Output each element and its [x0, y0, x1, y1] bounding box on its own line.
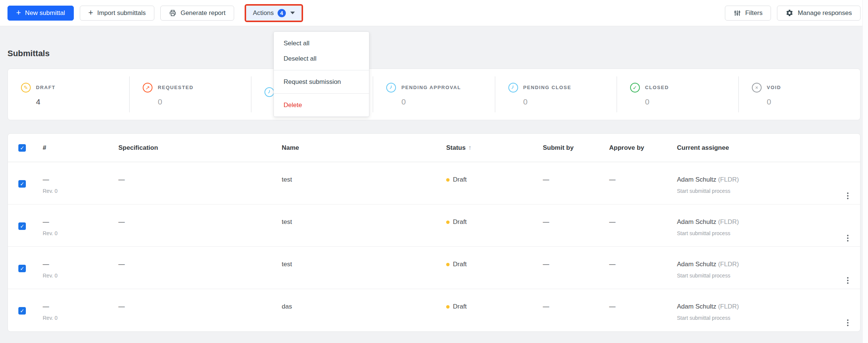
assignee-name: Adam Schultz — [677, 218, 716, 225]
status-header-label: Status — [446, 144, 466, 151]
manage-responses-label: Manage responses — [798, 9, 852, 17]
row-revision: Rev. 0 — [43, 230, 118, 237]
import-submittals-button[interactable]: + Import submittals — [80, 6, 154, 21]
column-header-submit-by[interactable]: Submit by — [543, 144, 609, 152]
generate-report-button[interactable]: Generate report — [160, 6, 234, 21]
row-checkbox[interactable] — [18, 222, 26, 230]
kebab-menu-icon[interactable] — [847, 237, 849, 239]
assignee-name: Adam Schultz — [677, 176, 716, 183]
kebab-menu-icon[interactable] — [847, 195, 849, 197]
status-dot — [446, 221, 450, 224]
filters-label: Filters — [745, 9, 762, 17]
clock-icon — [264, 87, 274, 97]
stat-value: 0 — [401, 97, 495, 106]
assignee-role: (FLDR) — [718, 261, 739, 268]
row-checkbox[interactable] — [18, 307, 26, 315]
table-row[interactable]: — Rev. 0 — test Draft — — Adam Schultz (… — [8, 162, 860, 204]
stat-item: ↗ REQUESTED 0 — [130, 83, 251, 106]
stat-label: PENDING APPROVAL — [401, 85, 461, 90]
manage-responses-button[interactable]: Manage responses — [777, 6, 861, 21]
row-specification: — — [118, 218, 282, 226]
actions-dropdown-button[interactable]: Actions 4 — [246, 6, 302, 21]
toolbar-right-group: Filters Manage responses — [725, 6, 861, 21]
stat-value: 0 — [158, 97, 251, 106]
pencil-icon: ✎ — [21, 83, 31, 92]
stat-value: 0 — [523, 97, 617, 106]
row-status: Draft — [453, 176, 467, 184]
row-specification: — — [118, 303, 282, 311]
row-number: — — [43, 176, 118, 184]
stat-label: CLOSED — [645, 85, 669, 90]
import-submittals-label: Import submittals — [97, 9, 145, 17]
actions-menu: Select allDeselect allRequest submission… — [273, 31, 369, 117]
row-approve-by: — — [609, 218, 677, 226]
assignee-action: Start submittal process — [677, 272, 835, 279]
x-circle-icon: × — [752, 83, 762, 92]
status-dot — [446, 178, 450, 182]
column-header-number[interactable]: # — [43, 144, 118, 152]
stat-item: PENDING CLOSE 0 — [495, 83, 617, 106]
row-number: — — [43, 218, 118, 226]
menu-item-delete[interactable]: Delete — [274, 97, 369, 113]
row-name: das — [282, 303, 446, 311]
column-header-status[interactable]: Status↑ — [446, 144, 543, 152]
row-submit-by: — — [543, 218, 609, 226]
row-checkbox[interactable] — [18, 265, 26, 272]
column-header-specification[interactable]: Specification — [118, 144, 282, 152]
filter-sliders-icon — [734, 9, 741, 17]
row-name: test — [282, 218, 446, 226]
table-row[interactable]: — Rev. 0 — test Draft — — Adam Schultz (… — [8, 204, 860, 247]
column-header-name[interactable]: Name — [282, 144, 446, 152]
assignee-role: (FLDR) — [718, 218, 739, 225]
plus-icon: + — [16, 9, 21, 17]
clock-icon — [508, 83, 518, 92]
menu-item-select-all[interactable]: Select all — [274, 36, 369, 51]
chevron-down-icon — [290, 12, 295, 14]
generate-report-label: Generate report — [181, 9, 226, 17]
row-name: test — [282, 260, 446, 268]
row-status: Draft — [453, 260, 467, 268]
stat-label: VOID — [767, 85, 781, 90]
stat-label: DRAFT — [36, 85, 55, 90]
column-header-approve-by[interactable]: Approve by — [609, 144, 677, 152]
vertical-scrollbar[interactable] — [862, 0, 868, 343]
red-highlight-annotation: Actions 4 — [245, 4, 303, 22]
status-summary-card: ✎ DRAFT 4 ↗ REQUESTED 0 PENDING APPROVAL… — [7, 69, 861, 120]
row-submit-by: — — [543, 303, 609, 311]
menu-item-deselect-all[interactable]: Deselect all — [274, 51, 369, 66]
table-row[interactable]: — Rev. 0 — test Draft — — Adam Schultz (… — [8, 247, 860, 289]
row-submit-by: — — [543, 260, 609, 268]
column-header-current-assignee[interactable]: Current assignee — [677, 144, 835, 152]
check-icon: ✓ — [630, 83, 640, 92]
assignee-role: (FLDR) — [718, 176, 739, 183]
stat-label: PENDING CLOSE — [523, 85, 571, 90]
gear-icon — [786, 9, 793, 17]
row-specification: — — [118, 260, 282, 268]
table-row[interactable]: — Rev. 0 — das Draft — — Adam Schultz (F… — [8, 289, 860, 331]
row-status: Draft — [453, 303, 467, 311]
row-number: — — [43, 303, 118, 311]
stat-item: PENDING APPROVAL 0 — [373, 83, 495, 106]
stat-item: ✎ DRAFT 4 — [8, 83, 129, 106]
row-revision: Rev. 0 — [43, 272, 118, 279]
printer-icon — [169, 9, 176, 17]
row-revision: Rev. 0 — [43, 187, 118, 195]
row-approve-by: — — [609, 260, 677, 268]
assignee-name: Adam Schultz — [677, 261, 716, 268]
kebab-menu-icon[interactable] — [847, 322, 849, 324]
kebab-menu-icon[interactable] — [847, 280, 849, 281]
select-all-checkbox[interactable] — [18, 144, 26, 152]
menu-item-request-submission[interactable]: Request submission — [274, 74, 369, 89]
new-submittal-button[interactable]: + New submittal — [7, 6, 74, 21]
row-submit-by: — — [543, 176, 609, 184]
assignee-role: (FLDR) — [718, 303, 739, 310]
assignee-action: Start submittal process — [677, 187, 835, 195]
page-title: Submittals — [7, 49, 861, 58]
status-dot — [446, 263, 450, 266]
row-name: test — [282, 176, 446, 184]
row-checkbox[interactable] — [18, 180, 26, 188]
stat-item: × VOID 0 — [739, 83, 860, 106]
status-dot — [446, 305, 450, 309]
sort-ascending-icon: ↑ — [468, 144, 472, 151]
filters-button[interactable]: Filters — [725, 6, 771, 21]
